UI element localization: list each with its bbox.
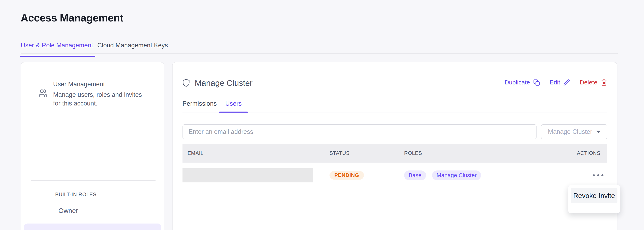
built-in-roles-label: BUILT-IN ROLES — [55, 192, 96, 197]
role-actions: Duplicate Edit Delete — [505, 79, 608, 86]
trash-icon — [600, 79, 607, 86]
status-badge: PENDING — [330, 171, 364, 180]
invite-role-select[interactable]: Manage Cluster — [541, 124, 607, 139]
pencil-icon — [563, 79, 570, 86]
column-header-roles: ROLES — [404, 150, 563, 156]
user-management-header: User Management Manage users, roles and … — [38, 81, 148, 108]
tab-bar-divider — [21, 53, 618, 54]
duplicate-button[interactable]: Duplicate — [505, 79, 540, 86]
role-badge-base: Base — [404, 171, 426, 180]
role-tab-bar: Permissions Users — [182, 100, 248, 113]
role-badge-manage-cluster: Manage Cluster — [432, 171, 481, 180]
duplicate-label: Duplicate — [505, 79, 530, 86]
ellipsis-icon — [593, 174, 604, 176]
column-header-email: EMAIL — [182, 150, 329, 156]
sidebar-divider — [31, 180, 156, 181]
top-tab-bar: User & Role Management Cloud Management … — [21, 42, 168, 57]
role-tabs-divider — [182, 113, 607, 113]
page-title: Access Management — [21, 12, 123, 24]
email-input[interactable] — [182, 124, 536, 139]
invite-role-select-value: Manage Cluster — [548, 128, 592, 135]
sidebar-description: Manage users, roles and invites for this… — [53, 90, 148, 108]
revoke-invite-menu-item[interactable]: Revoke Invite — [571, 188, 618, 203]
tab-permissions[interactable]: Permissions — [182, 100, 217, 113]
table-row: PENDING Base Manage Cluster — [182, 163, 607, 188]
tab-users[interactable]: Users — [219, 100, 248, 113]
delete-button[interactable]: Delete — [580, 79, 607, 86]
sidebar-item-owner[interactable]: Owner — [58, 207, 78, 215]
edit-label: Edit — [550, 79, 560, 86]
user-management-card: User Management Manage users, roles and … — [21, 62, 164, 230]
invite-user-row: Manage Cluster — [182, 124, 607, 139]
edit-button[interactable]: Edit — [550, 79, 570, 86]
caret-down-icon — [596, 131, 600, 133]
tab-user-role-management[interactable]: User & Role Management — [21, 42, 97, 57]
row-actions-menu-button[interactable] — [593, 172, 604, 178]
delete-label: Delete — [580, 79, 597, 86]
custom-role-item-selected[interactable] — [24, 224, 162, 230]
sidebar-title: User Management — [53, 81, 148, 88]
users-table-header: EMAIL STATUS ROLES ACTIONS — [182, 144, 607, 163]
users-icon — [38, 89, 48, 98]
role-detail-card: Manage Cluster Duplicate Edit Delete — [172, 62, 618, 230]
copy-icon — [533, 79, 540, 86]
tab-cloud-management-keys[interactable]: Cloud Management Keys — [97, 42, 168, 57]
role-title: Manage Cluster — [195, 78, 252, 88]
redacted-email-value — [182, 168, 313, 182]
column-header-actions: ACTIONS — [563, 150, 607, 156]
shield-icon — [182, 79, 190, 87]
column-header-status: STATUS — [329, 150, 404, 156]
row-actions-menu: Revoke Invite — [568, 185, 620, 214]
